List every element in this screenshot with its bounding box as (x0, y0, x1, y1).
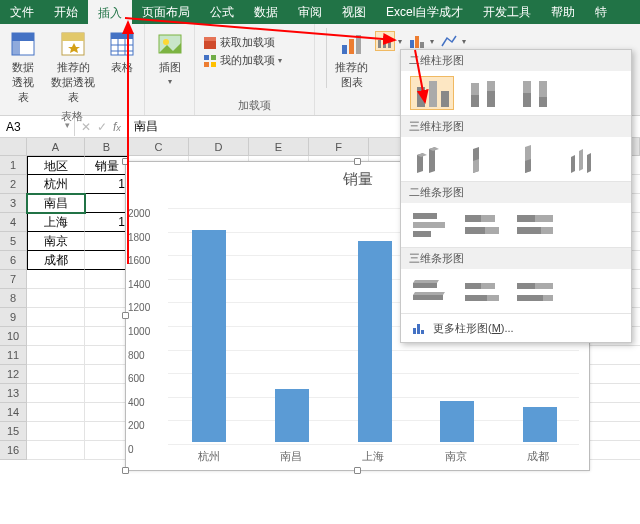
cell[interactable] (27, 441, 85, 460)
chart-handle[interactable] (122, 467, 129, 474)
percent-stacked-bar-3d-option[interactable] (515, 275, 557, 307)
row-header-8[interactable]: 8 (0, 289, 27, 308)
cell[interactable]: 1 (85, 175, 129, 194)
col-header-b[interactable]: B (85, 138, 129, 156)
row-header-7[interactable]: 7 (0, 270, 27, 289)
col-header-d[interactable]: D (189, 138, 249, 156)
cell[interactable] (85, 403, 129, 422)
cell[interactable] (85, 365, 129, 384)
chart-handle[interactable] (354, 467, 361, 474)
row-header-4[interactable]: 4 (0, 213, 27, 232)
cell[interactable] (27, 289, 85, 308)
cell[interactable]: 上海 (27, 213, 85, 232)
percent-stacked-column-2d-option[interactable] (515, 77, 557, 109)
tab-file[interactable]: 文件 (0, 0, 44, 24)
tab-formulas[interactable]: 公式 (200, 0, 244, 24)
tab-help[interactable]: 帮助 (541, 0, 585, 24)
cell[interactable] (85, 441, 129, 460)
tab-excel-self-learn[interactable]: Excel自学成才 (376, 0, 473, 24)
get-addins-button[interactable]: 获取加载项 (201, 34, 284, 51)
row-header-12[interactable]: 12 (0, 365, 27, 384)
tab-view[interactable]: 视图 (332, 0, 376, 24)
cell[interactable] (85, 384, 129, 403)
pivot-table-button[interactable]: 数据 透视表 (6, 28, 40, 107)
tab-developer[interactable]: 开发工具 (473, 0, 541, 24)
cell[interactable] (85, 270, 129, 289)
cell[interactable] (27, 365, 85, 384)
row-header-10[interactable]: 10 (0, 327, 27, 346)
chart-handle[interactable] (122, 312, 129, 319)
chart-handle[interactable] (122, 158, 129, 165)
cell[interactable]: 杭州 (27, 175, 85, 194)
row-header-1[interactable]: 1 (0, 156, 27, 175)
chart-bar[interactable] (275, 389, 309, 442)
chart-bar[interactable] (192, 230, 226, 442)
percent-stacked-column-3d-option[interactable] (515, 143, 557, 175)
cell[interactable] (85, 232, 129, 251)
cell[interactable]: 南昌 (27, 194, 85, 213)
my-addins-button[interactable]: 我的加载项 ▾ (201, 52, 284, 69)
clustered-bar-2d-option[interactable] (411, 209, 453, 241)
tab-insert[interactable]: 插入 (88, 0, 132, 24)
row-header-16[interactable]: 16 (0, 441, 27, 460)
stacked-column-2d-option[interactable] (463, 77, 505, 109)
clustered-bar-3d-option[interactable] (411, 275, 453, 307)
tab-review[interactable]: 审阅 (288, 0, 332, 24)
cell[interactable] (85, 251, 129, 270)
cell[interactable] (27, 422, 85, 441)
chart-bar[interactable] (440, 401, 474, 442)
clustered-column-2d-option[interactable] (411, 77, 453, 109)
illustrations-button[interactable]: 插图 ▾ (154, 28, 186, 88)
chart-handle[interactable] (354, 158, 361, 165)
recommended-pivot-button[interactable]: 推荐的 数据透视表 (46, 28, 100, 107)
bar-chart-button[interactable] (408, 32, 426, 50)
cell[interactable]: 1 (85, 213, 129, 232)
row-header-6[interactable]: 6 (0, 251, 27, 270)
row-header-14[interactable]: 14 (0, 403, 27, 422)
stacked-bar-2d-option[interactable] (463, 209, 505, 241)
clustered-column-3d-option[interactable] (411, 143, 453, 175)
tab-data[interactable]: 数据 (244, 0, 288, 24)
cell[interactable] (85, 194, 129, 213)
cell[interactable]: 成都 (27, 251, 85, 270)
stacked-bar-3d-option[interactable] (463, 275, 505, 307)
col-header-a[interactable]: A (27, 138, 85, 156)
cell[interactable] (85, 346, 129, 365)
chart-bar[interactable] (523, 407, 557, 442)
table-button[interactable]: 表格 (106, 28, 138, 77)
col-header-f[interactable]: F (309, 138, 369, 156)
cell[interactable] (27, 384, 85, 403)
more-column-charts-link[interactable]: 更多柱形图(M)... (401, 313, 631, 342)
row-header-5[interactable]: 5 (0, 232, 27, 251)
chart-bar[interactable] (358, 241, 392, 442)
cell[interactable] (85, 422, 129, 441)
cell[interactable] (85, 289, 129, 308)
row-header-11[interactable]: 11 (0, 346, 27, 365)
tab-special[interactable]: 特 (585, 0, 617, 24)
select-all-corner[interactable] (0, 138, 27, 156)
row-header-2[interactable]: 2 (0, 175, 27, 194)
row-header-13[interactable]: 13 (0, 384, 27, 403)
stacked-column-3d-option[interactable] (463, 143, 505, 175)
name-box[interactable]: A3 (0, 118, 75, 136)
row-header-3[interactable]: 3 (0, 194, 27, 213)
cell[interactable] (27, 308, 85, 327)
cell[interactable]: 地区 (27, 156, 85, 175)
cell[interactable]: 南京 (27, 232, 85, 251)
percent-stacked-bar-2d-option[interactable] (515, 209, 557, 241)
cell[interactable] (85, 327, 129, 346)
column-3d-option[interactable] (567, 143, 609, 175)
cell[interactable] (27, 403, 85, 422)
col-header-e[interactable]: E (249, 138, 309, 156)
row-header-15[interactable]: 15 (0, 422, 27, 441)
tab-page-layout[interactable]: 页面布局 (132, 0, 200, 24)
column-chart-button[interactable] (376, 32, 394, 50)
cell[interactable] (27, 270, 85, 289)
cell[interactable] (27, 327, 85, 346)
cell[interactable] (27, 346, 85, 365)
tab-home[interactable]: 开始 (44, 0, 88, 24)
row-header-9[interactable]: 9 (0, 308, 27, 327)
line-chart-button[interactable] (440, 32, 458, 50)
recommended-charts-button[interactable]: 推荐的 图表 (333, 28, 370, 92)
col-header-c[interactable]: C (129, 138, 189, 156)
